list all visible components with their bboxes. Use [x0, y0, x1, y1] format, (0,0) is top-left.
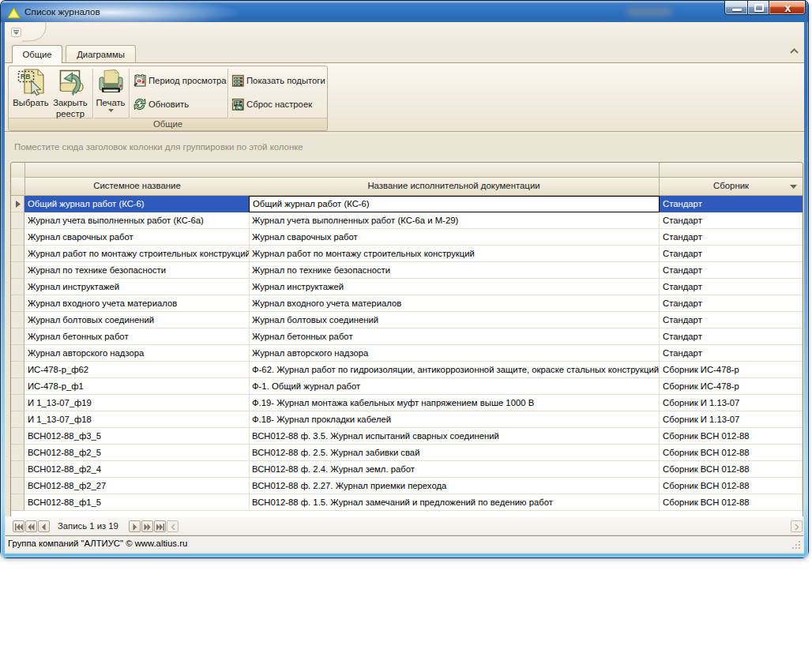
svg-text:RB: RB	[21, 73, 30, 81]
